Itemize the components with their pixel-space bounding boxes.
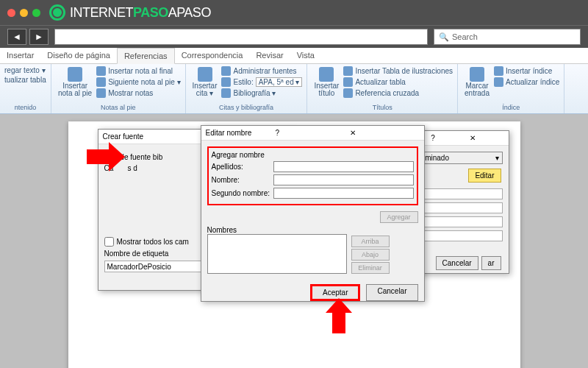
insert-tof-button[interactable]: Insertar Tabla de ilustraciones	[343, 66, 453, 77]
close-icon[interactable]: ✕	[465, 134, 504, 142]
insert-footnote-button[interactable]: Insertar nota al pie	[56, 66, 94, 99]
agregar-button[interactable]: Agregar	[380, 211, 418, 223]
agregar-nombre-section: Agregar nombre Apellidos: Nombre: Segund…	[207, 146, 418, 205]
ribbon: regar texto ▾ tualizar tabla ntenido Ins…	[0, 64, 588, 114]
biblio-icon	[221, 88, 231, 98]
update-index-button[interactable]: Actualizar índice	[494, 77, 559, 88]
site-logo-icon	[49, 4, 65, 21]
help-icon[interactable]: ?	[271, 129, 345, 137]
site-brand: INTERNETPASOAPASO	[70, 5, 211, 21]
ribbon-tabs: Insertar Diseño de página Referencias Co…	[0, 48, 588, 64]
group-notas-label: Notas al pie	[56, 103, 181, 112]
tab-diseno[interactable]: Diseño de página	[40, 48, 117, 63]
section-label: Agregar nombre	[212, 151, 414, 159]
style-dropdown[interactable]: Estilo: APA, 5ª ed ▾	[221, 77, 302, 88]
manage-sources-button[interactable]: Administrar fuentes	[221, 66, 302, 77]
cancel-button-2[interactable]: Cancelar	[436, 256, 478, 270]
eliminar-button[interactable]: Eliminar	[351, 262, 390, 274]
forward-button[interactable]: ►	[29, 29, 49, 45]
apellidos-input[interactable]	[273, 161, 414, 172]
abajo-button[interactable]: Abajo	[351, 249, 390, 261]
caption-icon	[319, 67, 334, 82]
ok-partial-button[interactable]: ar	[481, 256, 501, 270]
update-icon	[343, 77, 353, 87]
insert-citation-button[interactable]: Insertar cita ▾	[190, 66, 220, 99]
back-button[interactable]: ◄	[7, 29, 26, 45]
citation-icon	[198, 67, 212, 82]
nombres-listbox[interactable]	[207, 234, 347, 274]
insert-caption-button[interactable]: Insertar título	[312, 66, 341, 99]
tab-vista[interactable]: Vista	[290, 48, 321, 63]
show-all-checkbox[interactable]	[104, 237, 114, 247]
tab-insertar[interactable]: Insertar	[0, 48, 40, 63]
insert-index-button[interactable]: Insertar índice	[494, 66, 559, 77]
show-notes-button[interactable]: Mostrar notas	[96, 88, 180, 99]
close-dot[interactable]	[7, 9, 15, 17]
nombre-input[interactable]	[273, 174, 414, 185]
browser-titlebar: INTERNETPASOAPASO	[0, 0, 588, 25]
mark-icon	[470, 67, 484, 82]
close-icon[interactable]: ✕	[345, 129, 420, 137]
help-icon[interactable]: ?	[426, 134, 465, 142]
url-input[interactable]	[54, 29, 428, 45]
group-contenido-label: ntenido	[4, 103, 46, 112]
next-icon	[96, 77, 106, 87]
document-area: Crear fuente Tipo de fuente bib Ca s d M…	[0, 114, 588, 368]
search-input[interactable]: 🔍 Search	[434, 29, 581, 45]
updidx-icon	[494, 77, 503, 87]
arriba-button[interactable]: Arriba	[351, 236, 390, 247]
group-indice-label: Índice	[462, 103, 559, 112]
add-text-button[interactable]: regar texto ▾	[4, 66, 46, 75]
bibliography-button[interactable]: Bibliografía ▾	[221, 88, 302, 99]
editar-nombre-dialog: Editar nombre ? ✕ Agregar nombre Apellid…	[201, 125, 425, 302]
tab-referencias[interactable]: Referencias	[117, 48, 175, 64]
update-tof-button[interactable]: Actualizar tabla	[343, 77, 453, 88]
edit-button[interactable]: Editar	[468, 169, 501, 183]
group-titulos-label: Títulos	[312, 103, 453, 112]
group-citas-label: Citas y bibliografía	[190, 103, 303, 112]
sources-icon	[221, 66, 231, 76]
update-table-button[interactable]: tualizar tabla	[4, 75, 46, 85]
crossref-button[interactable]: Referencia cruzada	[343, 88, 453, 99]
cancelar-button[interactable]: Cancelar	[366, 284, 417, 301]
endnote-icon	[96, 66, 106, 76]
segundo-nombre-input[interactable]	[273, 188, 414, 199]
style-icon	[221, 77, 231, 87]
maximize-dot[interactable]	[32, 9, 40, 17]
index-icon	[494, 66, 503, 76]
footnote-icon	[68, 67, 82, 82]
tag-name-label: Nombre de etiqueta	[104, 250, 169, 258]
search-icon: 🔍	[439, 32, 449, 42]
tab-correspondencia[interactable]: Correspondencia	[175, 48, 250, 63]
show-icon	[96, 88, 106, 98]
tof-icon	[343, 66, 353, 76]
mark-entry-button[interactable]: Marcar entrada	[462, 66, 492, 99]
apellidos-label: Apellidos:	[212, 163, 270, 171]
nombre-label: Nombre:	[212, 176, 270, 184]
dialog-title: Editar nombre	[206, 129, 271, 137]
document-page: Crear fuente Tipo de fuente bib Ca s d M…	[68, 121, 520, 368]
browser-navbar: ◄ ► 🔍 Search	[0, 25, 588, 48]
crossref-icon	[343, 88, 353, 98]
show-all-label: Mostrar todos los cam	[117, 238, 189, 246]
nombres-label: Nombres	[207, 226, 418, 234]
tab-revisar[interactable]: Revisar	[249, 48, 290, 63]
segundo-nombre-label: Segundo nombre:	[212, 189, 270, 197]
next-footnote-button[interactable]: Siguiente nota al pie ▾	[96, 77, 180, 88]
minimize-dot[interactable]	[20, 9, 28, 17]
insert-endnote-button[interactable]: Insertar nota al final	[96, 66, 180, 77]
